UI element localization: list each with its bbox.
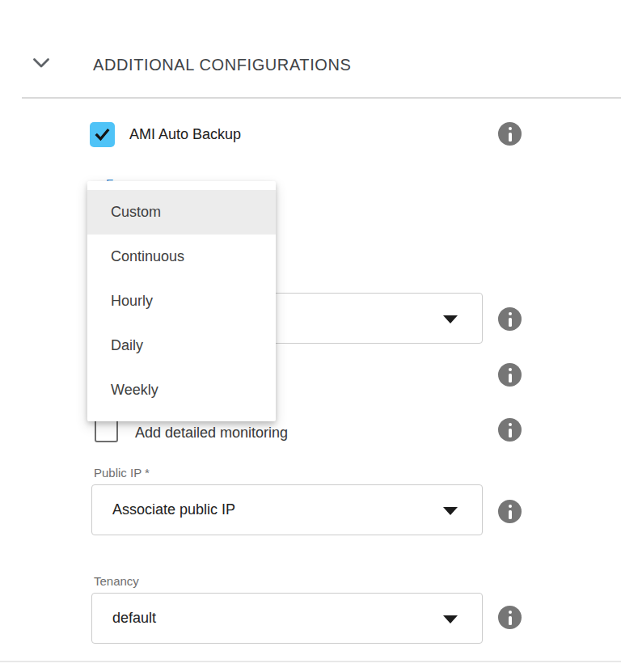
info-icon[interactable]	[498, 418, 522, 442]
dropdown-option-weekly[interactable]: Weekly	[87, 368, 276, 412]
check-icon	[93, 125, 112, 144]
section-title: ADDITIONAL CONFIGURATIONS	[93, 56, 351, 74]
info-icon[interactable]	[498, 606, 522, 629]
tenancy-label: Tenancy	[94, 574, 139, 588]
dropdown-option-custom[interactable]: Custom	[87, 190, 276, 235]
info-icon[interactable]	[498, 307, 522, 331]
detailed-monitoring-checkbox[interactable]	[95, 419, 118, 442]
caret-down-icon	[443, 315, 458, 323]
dropdown-option-hourly[interactable]: Hourly	[87, 279, 276, 323]
dropdown-option-continuous[interactable]: Continuous	[87, 235, 276, 279]
detailed-monitoring-label: Add detailed monitoring	[135, 425, 288, 442]
caret-down-icon	[443, 615, 458, 623]
chevron-down-icon[interactable]	[32, 57, 50, 69]
public-ip-select[interactable]: Associate public IP	[91, 484, 483, 535]
tenancy-value: default	[112, 610, 156, 627]
info-icon[interactable]	[498, 500, 522, 523]
divider	[22, 97, 621, 99]
tenancy-select[interactable]: default	[91, 593, 483, 644]
public-ip-label: Public IP *	[94, 466, 150, 480]
info-icon[interactable]	[498, 122, 522, 146]
public-ip-value: Associate public IP	[112, 501, 235, 518]
frequency-dropdown-menu: Custom Continuous Hourly Daily Weekly	[87, 181, 276, 421]
caret-down-icon	[443, 507, 458, 515]
ami-auto-backup-label: AMI Auto Backup	[129, 126, 241, 143]
additional-configurations-panel: ADDITIONAL CONFIGURATIONS AMI Auto Backu…	[0, 0, 621, 672]
info-icon[interactable]	[498, 363, 522, 387]
divider	[0, 661, 621, 662]
dropdown-option-daily[interactable]: Daily	[87, 323, 276, 368]
ami-auto-backup-checkbox[interactable]	[90, 122, 115, 147]
